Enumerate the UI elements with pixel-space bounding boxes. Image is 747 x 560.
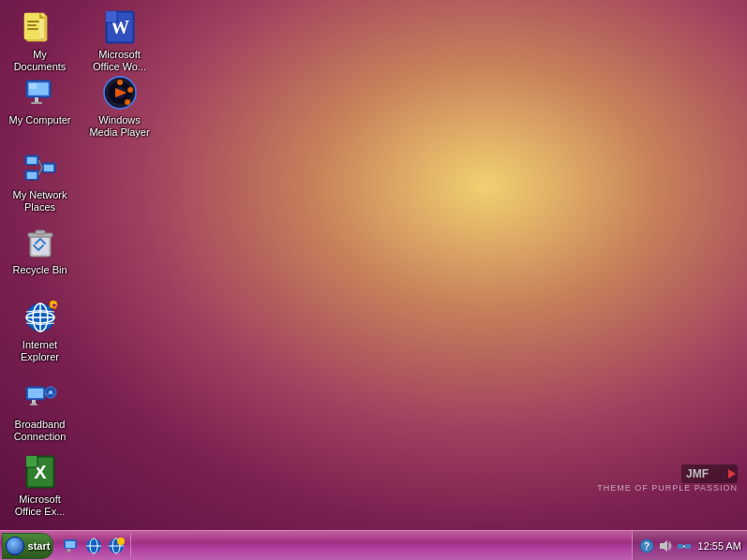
svg-rect-46 [32,400,36,404]
system-tray: ? 12:55 AM [632,531,747,560]
wmp-icon [101,74,139,111]
svg-line-32 [38,168,42,175]
start-button[interactable]: start [2,533,53,559]
desktop-icon-ie[interactable]: ★ Internet Explorer [5,295,75,367]
watermark-logo: JMF [681,464,738,483]
start-orb-icon [6,537,24,555]
watermark: JMF THEME OF PURPLE PASSION [597,464,738,493]
my-computer-label: My Computer [8,114,70,126]
svg-rect-15 [35,97,38,102]
svg-rect-16 [31,102,42,104]
desktop-icon-recycle-bin[interactable]: Recycle Bin [5,220,75,280]
svg-rect-54 [26,456,37,467]
svg-line-31 [38,160,42,168]
tray-help-icon[interactable]: ? [638,538,655,554]
svg-rect-18 [29,83,37,89]
svg-marker-73 [660,540,667,552]
svg-text:?: ? [643,541,649,552]
svg-rect-75 [685,544,691,549]
start-label: start [28,540,51,552]
desktop-icon-excel[interactable]: X Microsoft Office Ex... [5,449,75,522]
svg-rect-63 [66,552,72,553]
svg-rect-4 [27,21,39,22]
taskbar: start [0,530,747,560]
svg-rect-30 [44,165,53,171]
ms-word-icon: W [101,8,139,46]
svg-rect-62 [67,549,70,552]
my-computer-icon [22,74,59,111]
desktop: My Documents W Microsoft Office Wo... [0,0,747,530]
ie-icon: ★ [22,299,59,336]
watermark-subtitle: THEME OF PURPLE PASSION [597,483,738,493]
ql-ie[interactable] [83,536,104,556]
desktop-icon-ms-word[interactable]: W Microsoft Office Wo... [84,5,155,77]
svg-rect-6 [27,28,38,30]
quick-launch [57,534,131,558]
svg-rect-5 [27,24,37,26]
broadband-icon [22,378,59,416]
svg-point-23 [127,87,133,93]
svg-point-70 [117,538,125,545]
desktop-icon-wmp[interactable]: Windows Media Player [84,70,155,142]
svg-rect-10 [106,11,117,22]
svg-rect-74 [678,544,683,549]
ql-ie2[interactable] [106,536,127,556]
svg-point-22 [117,80,123,85]
ie-label: Internet Explorer [8,339,71,363]
svg-rect-61 [66,541,75,548]
ql-show-desktop[interactable] [61,536,82,556]
svg-rect-28 [27,172,37,179]
tray-network-icon[interactable] [676,538,693,554]
network-icon [22,149,59,186]
desktop-icon-network[interactable]: My Network Places [5,145,75,217]
ms-excel-icon: X [22,453,59,491]
svg-rect-36 [36,230,45,234]
network-label: My Network Places [8,189,71,214]
desktop-icon-broadband[interactable]: Broadband Connection [5,375,75,447]
desktop-icon-my-computer[interactable]: My Computer [5,70,75,130]
recycle-bin-icon [22,224,59,261]
svg-rect-45 [28,389,43,398]
recycle-bin-label: Recycle Bin [12,264,67,276]
ms-excel-label: Microsoft Office Ex... [8,494,71,518]
wmp-label: Windows Media Player [88,114,151,139]
svg-point-24 [125,99,130,105]
my-documents-icon [22,8,59,46]
desktop-icon-my-documents[interactable]: My Documents [5,5,75,77]
svg-text:JMF: JMF [686,467,709,480]
svg-rect-47 [30,404,37,405]
tray-volume-icon[interactable] [657,538,674,554]
svg-point-49 [49,391,52,394]
broadband-label: Broadband Connection [8,419,71,443]
svg-rect-26 [27,157,37,164]
clock-display[interactable]: 12:55 AM [698,540,741,552]
